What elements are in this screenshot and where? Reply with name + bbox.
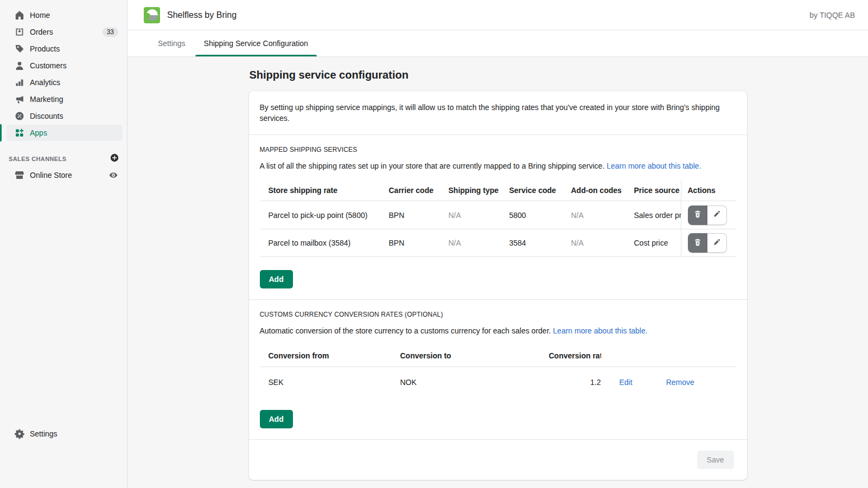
pencil-icon [712,238,721,248]
store-shipping-rate-cell: Parcel to pick-up point (5800) [260,211,380,220]
shelfless-app-icon [144,7,160,23]
column-header: Add-on codes [563,186,626,195]
service-code-cell: 5800 [501,211,563,220]
plus-circle-icon [110,153,119,164]
price-source-cell: Cost price [626,239,681,247]
sidebar-item-discounts[interactable]: Discounts [7,108,123,124]
column-header: Service code [501,186,563,195]
view-online-store-button[interactable] [108,170,118,180]
carrier-code-cell: BPN [380,211,440,220]
table-row: Parcel to pick-up point (5800) BPN N/A 5… [260,201,736,229]
marketing-megaphone-icon [14,94,25,105]
sidebar-item-label: Apps [30,129,47,137]
sidebar-item-label: Customers [30,61,67,70]
delete-mapping-button[interactable] [688,233,707,253]
table-row: Parcel to mailbox (3584) BPN N/A 3584 N/… [260,229,736,257]
sidebar: Home Orders 33 Products Customers [0,0,127,488]
customs-section-description: Automatic conversion of the store curren… [260,325,736,336]
table-row: SEK NOK 1.2 Edit Remove [260,367,736,397]
sidebar-item-analytics[interactable]: Analytics [7,74,123,91]
online-store-icon [14,170,25,181]
edit-conversion-link[interactable]: Edit [620,378,633,387]
sidebar-item-label: Discounts [30,112,63,120]
customs-currency-table: Conversion from Conversion to Conversion… [260,345,736,397]
column-header: Shipping type [440,186,501,195]
page-title: Shipping service configuration [250,69,747,81]
eye-icon [108,170,118,180]
carrier-code-cell: BPN [380,239,440,247]
addon-codes-cell: N/A [563,211,626,220]
add-sales-channel-button[interactable] [110,153,119,164]
customers-person-icon [14,60,25,71]
actions-cell [681,201,736,229]
column-header: Store shipping rate [260,186,380,195]
home-icon [14,10,25,21]
row-actions-group [688,233,727,253]
price-source-cell: Sales order price [626,211,681,220]
sidebar-item-online-store[interactable]: Online Store [7,167,123,183]
tab-shipping-service-configuration[interactable]: Shipping Service Configuration [195,30,317,56]
sidebar-item-orders[interactable]: Orders 33 [7,24,123,40]
sidebar-item-label: Home [30,11,50,20]
row-actions-group [688,206,727,225]
save-button[interactable]: Save [697,451,734,469]
delete-mapping-button[interactable] [688,206,707,225]
edit-mapping-button[interactable] [707,233,727,253]
app-byline: by TIQQE AB [809,11,855,20]
customs-learn-more-link[interactable]: Learn more about this table. [553,326,647,335]
trash-icon [693,210,702,220]
sidebar-item-products[interactable]: Products [7,41,123,57]
add-mapping-button[interactable]: Add [260,270,293,288]
mapped-learn-more-link[interactable]: Learn more about this table. [607,162,701,170]
store-shipping-rate-cell: Parcel to mailbox (3584) [260,239,380,247]
shipping-type-cell: N/A [440,211,501,220]
page-content: Shipping service configuration By settin… [127,57,868,488]
shipping-type-cell: N/A [440,239,501,247]
sidebar-item-marketing[interactable]: Marketing [7,91,123,107]
card-footer: Save [249,439,747,480]
mapped-description-text: A list of all the shipping rates set up … [260,162,605,170]
app-title: Shelfless by Bring [167,10,237,20]
intro-section: By setting up shipping service mappings,… [249,91,747,135]
mapped-section-description: A list of all the shipping rates set up … [260,160,736,171]
intro-text: By setting up shipping service mappings,… [260,102,736,124]
main-area: Shelfless by Bring by TIQQE AB Settings … [127,0,868,488]
app-root: Home Orders 33 Products Customers [0,0,868,488]
app-identity: Shelfless by Bring [144,7,237,23]
sidebar-item-apps[interactable]: Apps [7,125,123,141]
pencil-icon [712,210,721,220]
mapped-section-label: MAPPED SHIPPING SERVICES [260,146,736,153]
analytics-bars-icon [14,77,25,88]
column-header: Conversion from [260,351,392,360]
conversion-rate-cell: 1.2 [549,378,601,387]
tab-settings[interactable]: Settings [149,30,195,56]
sidebar-item-label: Products [30,44,60,53]
trash-icon [693,238,702,248]
sidebar-item-label: Online Store [30,171,72,179]
sidebar-item-label: Analytics [30,78,60,87]
orders-icon [14,27,25,37]
sales-channels-label: SALES CHANNELS [9,156,66,162]
column-header: Price source [626,186,681,195]
customs-table-header-row: Conversion from Conversion to Conversion… [260,345,736,367]
add-conversion-button[interactable]: Add [260,410,293,428]
sales-channels-header: SALES CHANNELS [9,153,119,164]
sidebar-item-label: Orders [30,28,53,36]
customs-section-label: CUSTOMS CURRENCY CONVERSION RATES (OPTIO… [260,311,736,318]
conversion-to-cell: NOK [392,378,549,387]
sidebar-item-customers[interactable]: Customers [7,57,123,74]
customs-currency-section: CUSTOMS CURRENCY CONVERSION RATES (OPTIO… [249,300,747,439]
configuration-card: By setting up shipping service mappings,… [249,91,747,480]
mapped-table-header-row: Store shipping rate Carrier code Shippin… [260,180,736,201]
remove-conversion-link[interactable]: Remove [666,378,694,387]
sidebar-item-settings[interactable]: Settings [7,426,123,442]
orders-count-badge: 33 [103,27,118,37]
sidebar-item-home[interactable]: Home [7,7,123,23]
sidebar-spacer [0,184,127,425]
conversion-from-cell: SEK [260,378,392,387]
gear-icon [14,428,25,439]
edit-mapping-button[interactable] [707,206,727,225]
customs-description-text: Automatic conversion of the store curren… [260,326,551,335]
column-header: Conversion to [392,351,549,360]
sidebar-nav: Home Orders 33 Products Customers [0,7,127,142]
